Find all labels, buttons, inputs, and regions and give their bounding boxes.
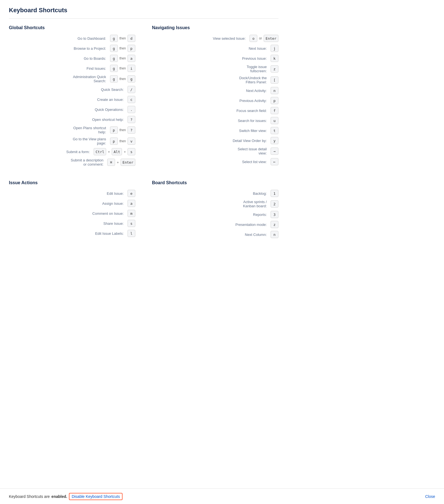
shortcut-next-column: Next Column: n (152, 231, 278, 238)
or-1: or (259, 36, 262, 40)
shortcut-comment-issue: Comment on Issue: m (9, 210, 135, 217)
shortcut-search-issues: Search for issues: u (152, 117, 278, 124)
shortcuts-grid: Global Shortcuts Go to Dashboard: g then… (9, 25, 278, 241)
label-go-to-dashboard: Go to Dashboard: (78, 36, 106, 41)
key-g-4: g (110, 65, 118, 72)
footer-status-text: Keyboard Shortcuts are (9, 494, 50, 499)
shortcut-edit-labels: Edit Issue Labels: l (9, 230, 135, 237)
plus-2: + (124, 150, 126, 154)
shortcut-quick-search: Quick Search: / (9, 86, 135, 93)
key-d: d (128, 35, 135, 42)
shortcut-find-issues: Find Issues: g then i (9, 65, 135, 72)
key-o: o (250, 35, 257, 42)
key-slash: / (128, 86, 135, 93)
board-shortcuts-title: Board Shortcuts (152, 180, 278, 185)
key-g-2: g (110, 45, 118, 52)
key-2: 2 (271, 200, 278, 208)
key-f: f (271, 107, 278, 114)
shortcut-submit-form: Submit a form: Ctrl + Alt + s (9, 148, 135, 155)
label-next-column: Next Column: (245, 233, 267, 237)
label-presentation: Presentation mode: (235, 223, 267, 227)
then-5: then (119, 77, 126, 81)
then-6: then (119, 128, 126, 132)
shortcut-open-help: Open shortcut help: ? (9, 116, 135, 123)
key-n-1: n (271, 87, 278, 94)
then-7: then (119, 139, 126, 143)
key-s-2: s (128, 220, 135, 227)
key-dot: . (128, 106, 135, 113)
key-3: 3 (271, 211, 278, 218)
navigating-section-title: Navigating Issues (152, 25, 278, 30)
key-question-2: ? (128, 126, 135, 134)
key-l: l (128, 230, 135, 237)
shortcut-select-detail: Select issue detailview: → (152, 147, 278, 155)
footer-status: Keyboard Shortcuts are enabled. Disable … (9, 493, 123, 500)
label-go-to-boards: Go to Boards: (84, 56, 106, 61)
key-g-3: g (110, 55, 118, 62)
label-plans-help: Open Plans shortcuthelp: (73, 126, 106, 134)
keyboard-shortcuts-dialog: Keyboard Shortcuts Global Shortcuts Go t… (0, 0, 287, 263)
shortcut-reports: Reports: 3 (152, 211, 278, 218)
navigating-issues-section: Navigating Issues View selected Issue: o… (152, 25, 278, 169)
global-section-title: Global Shortcuts (9, 25, 135, 30)
then-1: then (119, 36, 126, 40)
label-next-activity: Next Activity: (246, 89, 267, 93)
shortcut-presentation: Presentation mode: z (152, 221, 278, 228)
key-p-2: p (110, 126, 118, 134)
key-g-5: g (110, 75, 118, 83)
label-detail-order: Detail View Order by: (233, 139, 267, 143)
footer-status-bold: enabled. (51, 494, 67, 499)
shortcut-switch-filter: Switch filter view: t (152, 127, 278, 134)
label-backlog: Backlog: (253, 191, 267, 196)
label-find-issues: Find Issues: (87, 66, 106, 71)
key-n-2: n (271, 231, 278, 238)
label-edit-labels: Edit Issue Labels: (95, 231, 124, 236)
then-3: then (119, 56, 126, 60)
key-g-6: g (128, 75, 135, 83)
disable-shortcuts-link[interactable]: Disable Keyboard Shortcuts (69, 493, 123, 500)
label-toggle-fullscreen: Toggle issuefullscreen: (247, 65, 267, 73)
label-share-issue: Share Issue: (103, 221, 124, 226)
then-2: then (119, 46, 126, 50)
key-z-2: z (271, 221, 278, 228)
key-p-3: p (110, 138, 118, 145)
key-g-1: g (110, 35, 118, 42)
label-view-plans: Go to the View planspage: (73, 137, 106, 145)
shortcut-plans-help: Open Plans shortcuthelp: p then ? (9, 126, 135, 134)
label-dock-filters: Dock/Undock theFilters Panel: (239, 76, 267, 84)
label-prev-activity: Previous Activity: (240, 99, 267, 103)
plus-1: + (108, 150, 110, 154)
label-admin-quick-search: Administration QuickSearch: (73, 75, 106, 83)
key-alt: Alt (112, 148, 122, 155)
issue-actions-section: Issue Actions Edit Issue: e Assign Issue… (9, 180, 135, 241)
label-create-issue: Create an Issue: (97, 98, 124, 102)
label-focus-search: Focus search field: (236, 109, 267, 113)
key-ctrl: Ctrl (94, 148, 106, 155)
label-select-detail: Select issue detailview: (238, 147, 267, 155)
shortcut-browse-project: Browse to a Project: g then p (9, 45, 135, 52)
key-arrow-right: → (271, 148, 278, 155)
label-next-issue: Next Issue: (249, 46, 267, 51)
key-y: y (271, 137, 278, 144)
key-v: v (128, 138, 135, 145)
key-p-1: p (128, 45, 135, 52)
shortcut-dock-filters: Dock/Undock theFilters Panel: [ (152, 76, 278, 84)
global-shortcuts-section: Global Shortcuts Go to Dashboard: g then… (9, 25, 135, 169)
key-s: s (128, 148, 135, 155)
label-reports: Reports: (253, 213, 267, 217)
footer: Keyboard Shortcuts are enabled. Disable … (0, 488, 287, 504)
key-k: k (271, 55, 278, 62)
shortcut-backlog: Backlog: 1 (152, 190, 278, 197)
shortcut-view-plans: Go to the View planspage: p then v (9, 137, 135, 145)
shortcut-next-activity: Next Activity: n (152, 87, 278, 94)
key-arrow-left: ← (271, 158, 278, 165)
key-a: a (128, 55, 135, 62)
key-t: t (271, 127, 278, 134)
label-prev-issue: Previous Issue: (242, 56, 267, 61)
key-1: 1 (271, 190, 278, 197)
shortcut-admin-quick-search: Administration QuickSearch: g then g (9, 75, 135, 83)
shortcut-toggle-fullscreen: Toggle issuefullscreen: z (152, 65, 278, 73)
key-question: ? (128, 116, 135, 123)
label-submit-desc: Submit a descriptionor comment: (71, 158, 103, 166)
dialog-title: Keyboard Shortcuts (9, 7, 278, 19)
